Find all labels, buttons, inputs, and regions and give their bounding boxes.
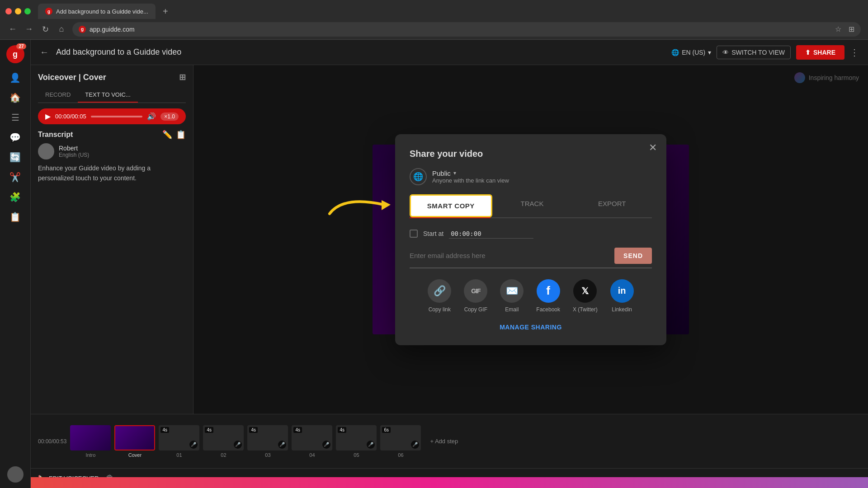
tab-track[interactable]: TRACK bbox=[492, 194, 572, 217]
modal-close-button[interactable]: ✕ bbox=[646, 141, 659, 154]
app-container: g 27 👤 🏠 ☰ 💬 🔄 ✂️ 🧩 📋 ← Add background t… bbox=[0, 40, 868, 488]
browser-chrome: g Add background to a Guidde vide... + ←… bbox=[0, 0, 868, 40]
audio-player: ▶ 00:00/00:05 🔊 ×1.0 bbox=[38, 108, 186, 124]
clip-thumb-01: 4s 🎤 bbox=[159, 425, 199, 450]
back-button[interactable]: ← bbox=[40, 47, 49, 57]
bookmark-icon[interactable]: ☆ bbox=[835, 25, 841, 33]
gradient-bottom-bar bbox=[0, 477, 868, 488]
share-modal: ✕ Share your video 🌐 Public ▾ Anyone wit… bbox=[395, 134, 666, 345]
clip-05[interactable]: 4s 🎤 05 bbox=[336, 425, 377, 458]
share-twitter[interactable]: 𝕏 X (Twitter) bbox=[573, 279, 598, 313]
switch-view-label: SWITCH TO VIEW bbox=[731, 49, 785, 56]
volume-icon[interactable]: 🔊 bbox=[147, 112, 156, 121]
linkedin-icon: in bbox=[610, 279, 634, 303]
facebook-label: Facebook bbox=[536, 306, 560, 313]
smart-copy-label: SMART COPY bbox=[411, 196, 491, 216]
tab-export[interactable]: EXPORT bbox=[572, 194, 652, 217]
clip-thumb-04: 4s 🎤 bbox=[292, 425, 332, 450]
active-tab[interactable]: g Add background to a Guidde vide... bbox=[38, 4, 156, 19]
top-bar-actions: 🌐 EN (US) ▾ 👁 SWITCH TO VIEW ⬆ SHARE ⋮ bbox=[671, 45, 859, 60]
modal-overlay[interactable]: ✕ Share your video 🌐 Public ▾ Anyone wit… bbox=[193, 65, 868, 414]
copy-link-label: Copy link bbox=[429, 306, 451, 313]
main-content: ← Add background to a Guidde video 🌐 EN … bbox=[31, 40, 868, 488]
share-copy-gif[interactable]: GIF Copy GIF bbox=[464, 279, 487, 313]
sidebar-item-add-user[interactable]: 👤 bbox=[6, 69, 24, 87]
sidebar-logo[interactable]: g 27 bbox=[6, 45, 24, 63]
edit-transcript-icon[interactable]: ✏️ bbox=[162, 130, 172, 140]
share-facebook[interactable]: f Facebook bbox=[536, 279, 560, 313]
visibility-sub: Anyone with the link can view bbox=[432, 177, 509, 184]
sidebar-user-avatar[interactable] bbox=[7, 466, 24, 483]
clip-02[interactable]: 4s 🎤 02 bbox=[203, 425, 244, 458]
sidebar-item-plugins[interactable]: 🧩 bbox=[6, 188, 24, 206]
new-tab-button[interactable]: + bbox=[159, 5, 172, 18]
clip-03[interactable]: 4s 🎤 03 bbox=[247, 425, 288, 458]
reload-button[interactable]: ↻ bbox=[40, 24, 51, 34]
clip-bg-intro bbox=[70, 425, 111, 450]
maximize-traffic-light[interactable] bbox=[24, 8, 31, 14]
sidebar-item-tools[interactable]: ✂️ bbox=[6, 168, 24, 186]
author-avatar bbox=[38, 143, 54, 160]
sidebar-item-reports[interactable]: 📋 bbox=[6, 208, 24, 226]
audio-time: 00:00/00:05 bbox=[55, 113, 86, 120]
transcript-text: Enhance your Guidde video by adding a pe… bbox=[38, 163, 186, 183]
visibility-dropdown-arrow: ▾ bbox=[453, 170, 456, 176]
switch-view-button[interactable]: 👁 SWITCH TO VIEW bbox=[717, 46, 791, 59]
share-linkedin[interactable]: in Linkedin bbox=[610, 279, 634, 313]
transcript-author: Robert English (US) bbox=[38, 143, 186, 160]
twitter-label: X (Twitter) bbox=[573, 306, 598, 313]
clip-06[interactable]: 6s 🎤 06 bbox=[380, 425, 421, 458]
editor-area: Voiceover | Cover ⊞ RECORD TEXT TO VOIC.… bbox=[31, 65, 868, 414]
panel-grid-icon[interactable]: ⊞ bbox=[179, 72, 186, 82]
start-at-label: Start at bbox=[423, 230, 443, 237]
home-button[interactable]: ⌂ bbox=[56, 24, 67, 34]
share-icon: ⬆ bbox=[805, 49, 811, 56]
start-at-checkbox[interactable] bbox=[410, 230, 418, 238]
visibility-label[interactable]: Public ▾ bbox=[432, 169, 509, 177]
email-input[interactable] bbox=[410, 248, 614, 263]
clip-label-01: 01 bbox=[176, 452, 182, 458]
sidebar-item-list[interactable]: ☰ bbox=[6, 108, 24, 127]
clip-label-cover: Cover bbox=[128, 452, 142, 458]
clip-cover[interactable]: Cover bbox=[114, 425, 155, 458]
sidebar-item-chat[interactable]: 💬 bbox=[6, 128, 24, 146]
close-traffic-light[interactable] bbox=[5, 8, 12, 14]
url-bar[interactable]: g app.guidde.com ☆ ⊞ bbox=[72, 22, 861, 37]
share-email[interactable]: ✉️ Email bbox=[500, 279, 524, 313]
back-nav-button[interactable]: ← bbox=[7, 24, 18, 34]
start-at-time-input[interactable] bbox=[449, 229, 533, 239]
forward-nav-button[interactable]: → bbox=[24, 24, 34, 34]
chevron-down-icon: ▾ bbox=[708, 49, 711, 56]
minimize-traffic-light[interactable] bbox=[15, 8, 21, 14]
clip-intro[interactable]: Intro bbox=[70, 425, 111, 458]
svg-marker-0 bbox=[382, 200, 391, 210]
add-step-button[interactable]: + Add step bbox=[425, 434, 463, 448]
share-button[interactable]: ⬆ SHARE bbox=[796, 45, 844, 60]
manage-sharing-button[interactable]: MANAGE SHARING bbox=[410, 324, 652, 331]
tab-smart-copy[interactable]: SMART COPY bbox=[410, 194, 492, 217]
play-button[interactable]: ▶ bbox=[45, 112, 51, 121]
transcript-section: Transcript ✏️ 📋 Robert English (US) bbox=[38, 130, 186, 183]
clip-01[interactable]: 4s 🎤 01 bbox=[159, 425, 199, 458]
url-favicon: g bbox=[79, 26, 86, 33]
progress-bar[interactable] bbox=[91, 116, 143, 117]
author-name: Robert bbox=[59, 145, 89, 152]
language-button[interactable]: 🌐 EN (US) ▾ bbox=[671, 49, 711, 56]
clip-04[interactable]: 4s 🎤 04 bbox=[292, 425, 332, 458]
share-copy-link[interactable]: 🔗 Copy link bbox=[428, 279, 451, 313]
copy-transcript-icon[interactable]: 📋 bbox=[176, 130, 186, 140]
visibility-row: 🌐 Public ▾ Anyone with the link can view bbox=[410, 168, 652, 185]
speed-badge: ×1.0 bbox=[160, 113, 179, 121]
extension-icon[interactable]: ⊞ bbox=[849, 25, 854, 33]
sidebar-item-home[interactable]: 🏠 bbox=[6, 89, 24, 107]
start-at-row: Start at bbox=[410, 229, 652, 239]
tab-record[interactable]: RECORD bbox=[38, 88, 78, 103]
sidebar-item-refresh[interactable]: 🔄 bbox=[6, 148, 24, 166]
clip-thumb-03: 4s 🎤 bbox=[247, 425, 288, 450]
visibility-label-text: Public bbox=[432, 169, 451, 177]
notification-badge: 27 bbox=[16, 43, 26, 49]
send-button[interactable]: SEND bbox=[614, 248, 652, 264]
more-options-button[interactable]: ⋮ bbox=[850, 47, 859, 58]
tab-text-to-voice[interactable]: TEXT TO VOIC... bbox=[78, 88, 137, 103]
clip-duration-03: 4s bbox=[249, 427, 258, 433]
